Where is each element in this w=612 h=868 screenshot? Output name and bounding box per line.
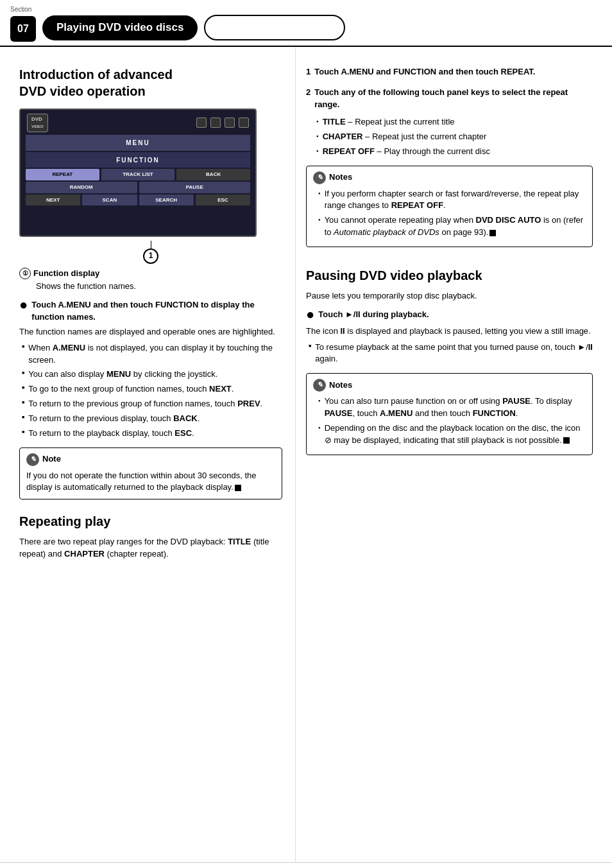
repeat-notes-title: Notes — [329, 171, 352, 184]
repeat-notes-box: ✎ Notes If you perform chapter search or… — [306, 166, 593, 247]
note-icon: ✎ — [26, 453, 39, 466]
repeat-chapter-bullet: CHAPTER – Repeat just the current chapte… — [306, 131, 593, 143]
repeat-note1: If you perform chapter search or fast fo… — [313, 188, 586, 213]
intro-heading: Introduction of advanced DVD video opera… — [19, 66, 282, 100]
pause-body1: The icon II is displayed and playback is… — [306, 326, 593, 338]
pause-notes-box: ✎ Notes You can also turn pause function… — [306, 373, 593, 455]
section-badge: 07 — [10, 16, 36, 42]
stop-icon2 — [489, 230, 496, 236]
sq-bullet-1: When A.MENU is not displayed, you can di… — [19, 342, 282, 367]
sq-bullet-4: To return to the previous group of funct… — [19, 398, 282, 410]
sq-bullet-2: You can also display MENU by clicking th… — [19, 369, 282, 381]
step1-num: 1 — [306, 66, 310, 78]
note-title-label: Note — [42, 453, 61, 465]
sq-bullet-5: To return to the previous display, touch… — [19, 413, 282, 425]
step1-text: Touch A.MENU and FUNCTION and then touch… — [314, 66, 535, 78]
note-body: If you do not operate the function withi… — [26, 470, 275, 494]
function-display-label: Function display — [33, 268, 99, 280]
pause-sq1: To resume playback at the same point tha… — [306, 342, 593, 366]
pause-note1: You can also turn pause function on or o… — [313, 395, 586, 420]
step2-num: 2 — [306, 87, 310, 99]
touch-amenu-heading: ● Touch A.MENU and then touch FUNCTION t… — [19, 299, 282, 324]
pause-notes-icon: ✎ — [313, 379, 326, 392]
step2-text: Touch any of the following touch panel k… — [314, 87, 593, 111]
repeat-notes-icon: ✎ — [313, 171, 326, 184]
section-label: Section — [10, 5, 31, 15]
header-title-pill: Playing DVD video discs — [42, 15, 198, 40]
step1: 1 Touch A.MENU and FUNCTION and then tou… — [306, 66, 593, 78]
header-oval — [204, 15, 345, 40]
callout-circle: 1 — [143, 248, 158, 264]
repeating-play-body: There are two repeat play ranges for the… — [19, 536, 282, 560]
function-names-body: The function names are displayed and ope… — [19, 326, 282, 338]
pause-bullet-head: ● Touch ►/II during playback. — [306, 309, 593, 322]
repeat-note2: You cannot operate repeating play when D… — [313, 214, 586, 239]
repeat-off-bullet: REPEAT OFF – Play through the current di… — [306, 146, 593, 158]
note-box: ✎ Note If you do not operate the functio… — [19, 447, 282, 500]
pausing-heading: Pausing DVD video playback — [306, 266, 593, 285]
function-display-num: ① — [19, 268, 31, 279]
sq-bullet-6: To return to the playback display, touch… — [19, 428, 282, 440]
repeat-title-bullet: TITLE – Repeat just the current title — [306, 116, 593, 128]
pause-note2: Depending on the disc and the playback l… — [313, 422, 586, 447]
pause-notes-title: Notes — [329, 379, 352, 392]
dvd-screen-image: DVDVIDEO MENU FUNCTION REPEAT TRACK LIST — [19, 108, 257, 237]
pausing-intro: Pause lets you temporarily stop disc pla… — [306, 290, 593, 302]
sq-bullet-3: To go to the next group of function name… — [19, 383, 282, 395]
callout-line — [151, 241, 151, 248]
step2: 2 Touch any of the following touch panel… — [306, 87, 593, 157]
function-display-desc: Shows the function names. — [19, 281, 282, 293]
repeating-play-heading: Repeating play — [19, 512, 282, 531]
stop-icon — [235, 485, 241, 491]
stop-icon3 — [563, 437, 570, 444]
